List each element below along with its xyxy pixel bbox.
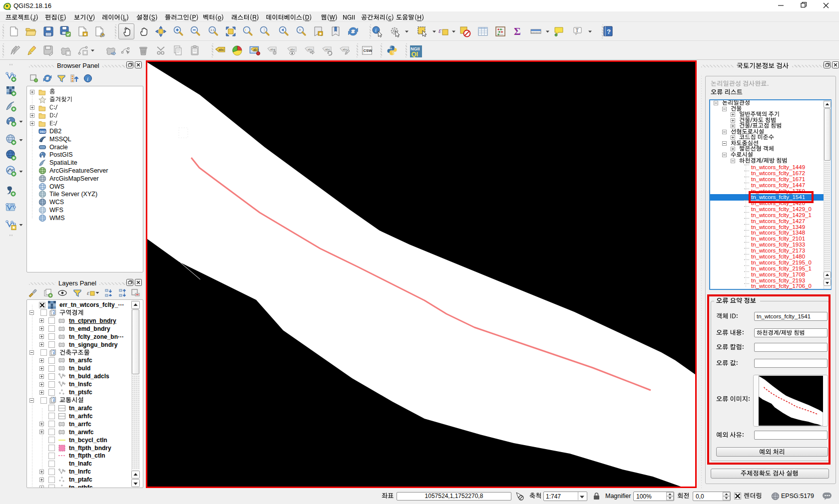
- svg-text:abc: abc: [219, 48, 225, 51]
- svg-text:?: ?: [607, 28, 611, 35]
- svg-text:1:1: 1:1: [210, 28, 215, 31]
- svg-text:T: T: [576, 27, 579, 33]
- svg-text:i: i: [87, 76, 88, 82]
- svg-text:ab: ab: [253, 48, 257, 51]
- svg-text:ε: ε: [87, 289, 90, 296]
- svg-text:abc: abc: [343, 48, 348, 51]
- svg-text:Σ: Σ: [514, 25, 521, 37]
- svg-text:abc: abc: [308, 48, 313, 51]
- svg-text:abc: abc: [270, 48, 275, 51]
- svg-text:i: i: [375, 27, 377, 33]
- svg-text:CSW: CSW: [364, 48, 373, 53]
- svg-text:abc: abc: [325, 48, 330, 51]
- svg-text:QI: QI: [412, 50, 419, 57]
- svg-text:ε: ε: [438, 26, 441, 34]
- svg-text:abc: abc: [290, 48, 295, 51]
- svg-text:DB2: DB2: [40, 130, 46, 133]
